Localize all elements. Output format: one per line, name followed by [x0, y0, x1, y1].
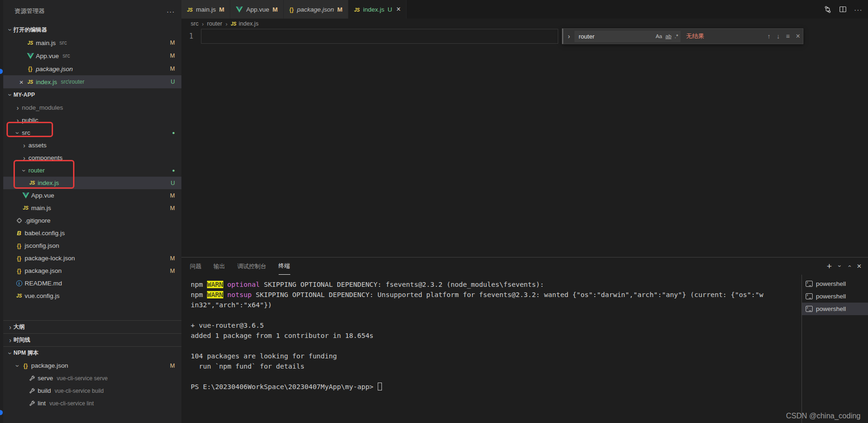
chevron-down-icon: ›: [14, 363, 21, 369]
open-editor-item-App.vue[interactable]: App.vuesrcM: [3, 49, 181, 62]
tree-item-README.md[interactable]: iREADME.md: [3, 277, 181, 290]
code-editor[interactable]: 1 › router Aa ab .* 无结果 ↑ ↓ ≡ ×: [181, 29, 868, 257]
explorer-header: 资源管理器 ···: [3, 3, 181, 20]
contains-changes-dot: ●: [172, 130, 175, 135]
chevron-right-icon: ›: [7, 337, 13, 344]
open-editors-section-header[interactable]: › 打开的编辑器: [3, 23, 181, 36]
json-icon: {}: [14, 243, 24, 249]
timeline-section-header[interactable]: › 时间线: [3, 333, 181, 346]
open-editor-item-index.js[interactable]: ×JSindex.jssrc\routerU: [3, 75, 181, 88]
terminal-text-segment: [223, 281, 227, 288]
terminal-output[interactable]: npm WARN optional SKIPPING OPTIONAL DEPE…: [181, 275, 801, 423]
tree-item-App.vue[interactable]: App.vueM: [3, 189, 181, 202]
tree-item-router[interactable]: ›router●: [3, 164, 181, 177]
terminal-line: in32","arch":"x64"}): [191, 300, 798, 310]
tab-package.json[interactable]: {}package.jsonM: [284, 0, 348, 19]
npm-item-lint[interactable]: lintvue-cli-service lint: [3, 397, 181, 410]
tree-item-package-lock.json[interactable]: {}package-lock.jsonM: [3, 252, 181, 264]
find-widget: › router Aa ab .* 无结果 ↑ ↓ ≡ ×: [562, 28, 803, 44]
tab-main.js[interactable]: JSmain.jsM: [181, 0, 230, 19]
terminal-label: powershell: [816, 305, 846, 312]
tree-item-babel.config.js[interactable]: Bbabel.config.js: [3, 227, 181, 239]
find-in-selection-icon[interactable]: ≡: [786, 33, 789, 40]
find-next-icon[interactable]: ↓: [776, 33, 780, 40]
open-editor-item-package.json[interactable]: {}package.jsonM: [3, 62, 181, 75]
terminal-icon: [806, 281, 813, 287]
find-previous-icon[interactable]: ↑: [767, 33, 770, 40]
whole-word-toggle[interactable]: ab: [666, 33, 672, 39]
split-editor-icon[interactable]: [839, 6, 847, 13]
tree-item-components[interactable]: ›components: [3, 152, 181, 164]
tree-item-node_modules[interactable]: ›node_modules: [3, 101, 181, 114]
script-name: build: [38, 387, 51, 394]
git-status-badge: M: [170, 205, 175, 212]
json-glyph: {}: [28, 66, 32, 72]
match-case-toggle[interactable]: Aa: [655, 33, 662, 39]
panel-tab-终端[interactable]: 终端: [279, 262, 290, 275]
breadcrumb-item-router[interactable]: router: [207, 20, 222, 27]
tab-label: App.vue: [246, 6, 269, 13]
js-icon: JS: [21, 205, 30, 211]
breadcrumb-item-index.js[interactable]: JSindex.js: [231, 20, 259, 27]
new-terminal-icon[interactable]: +: [827, 262, 832, 271]
json-glyph: {}: [17, 255, 21, 262]
terminal-instance-3[interactable]: powershell: [802, 303, 868, 315]
terminal-icon: [806, 306, 813, 312]
maximize-panel-icon[interactable]: ›: [846, 265, 852, 267]
git-status-badge: M: [170, 53, 175, 59]
js-glyph: JS: [27, 40, 33, 46]
file-name: main.js: [36, 40, 56, 46]
outline-section-header[interactable]: › 大纲: [3, 320, 181, 333]
tree-item-main.js[interactable]: JSmain.jsM: [3, 202, 181, 214]
vue-icon: [21, 192, 30, 198]
file-name: App.vue: [31, 192, 54, 199]
tab-App.vue[interactable]: App.vueM: [230, 0, 284, 19]
file-path: src\router: [61, 79, 85, 85]
panel-tab-问题[interactable]: 问题: [190, 263, 201, 275]
tab-git-badge: M: [273, 6, 278, 13]
close-panel-icon[interactable]: ×: [857, 262, 861, 270]
tree-item-.gitignore[interactable]: .gitignore: [3, 214, 181, 227]
terminal-instance-1[interactable]: powershell: [802, 278, 868, 290]
npm-item-package.json[interactable]: ›{}package.jsonM: [3, 359, 181, 372]
npm-scripts-section-header[interactable]: › NPM 脚本: [3, 346, 181, 359]
find-toggle-replace-icon[interactable]: ›: [565, 33, 573, 40]
script-name: serve: [38, 375, 53, 382]
npm-item-build[interactable]: buildvue-cli-service build: [3, 384, 181, 397]
find-close-icon[interactable]: ×: [796, 32, 800, 40]
file-name: index.js: [38, 179, 59, 186]
open-changes-icon[interactable]: [824, 6, 832, 13]
terminal-list: powershellpowershellpowershell: [801, 275, 868, 423]
breadcrumb-item-src[interactable]: src: [191, 20, 199, 27]
panel-tab-输出[interactable]: 输出: [214, 263, 225, 275]
tree-item-assets[interactable]: ›assets: [3, 139, 181, 152]
explorer-more-actions-icon[interactable]: ···: [167, 7, 175, 15]
tree-item-src[interactable]: ›src●: [3, 126, 181, 139]
open-editor-item-main.js[interactable]: JSmain.jssrcM: [3, 36, 181, 49]
file-name: assets: [28, 142, 47, 149]
tree-item-package.json[interactable]: {}package.jsonM: [3, 264, 181, 277]
close-tab-icon[interactable]: ×: [396, 5, 401, 13]
tree-item-vue.config.js[interactable]: JSvue.config.js: [3, 290, 181, 302]
tab-index.js[interactable]: JSindex.jsU×: [348, 0, 407, 19]
panel-tab-调试控制台[interactable]: 调试控制台: [237, 263, 267, 275]
editor-more-actions-icon[interactable]: ···: [854, 6, 862, 13]
find-input[interactable]: router Aa ab .*: [574, 31, 681, 42]
script-command: vue-cli-service lint: [49, 400, 93, 407]
tree-item-public[interactable]: ›public: [3, 114, 181, 126]
npm-item-serve[interactable]: servevue-cli-service serve: [3, 372, 181, 384]
terminal-label: powershell: [816, 280, 846, 287]
terminal-instance-2[interactable]: powershell: [802, 290, 868, 303]
breadcrumb-label: router: [207, 20, 222, 27]
regex-toggle[interactable]: .*: [674, 33, 678, 39]
terminal-text-segment: npm: [191, 291, 207, 298]
terminal-text-segment: [378, 383, 382, 390]
tree-item-jsconfig.json[interactable]: {}jsconfig.json: [3, 239, 181, 252]
terminal-dropdown-icon[interactable]: ›: [837, 265, 843, 267]
close-editor-icon[interactable]: ×: [17, 78, 26, 86]
js-glyph: JS: [187, 7, 193, 13]
script-name: package.json: [31, 362, 68, 369]
tree-item-index.js[interactable]: JSindex.jsU: [3, 177, 181, 189]
project-section-header[interactable]: › MY-APP: [3, 88, 181, 101]
json-glyph: {}: [23, 363, 27, 369]
